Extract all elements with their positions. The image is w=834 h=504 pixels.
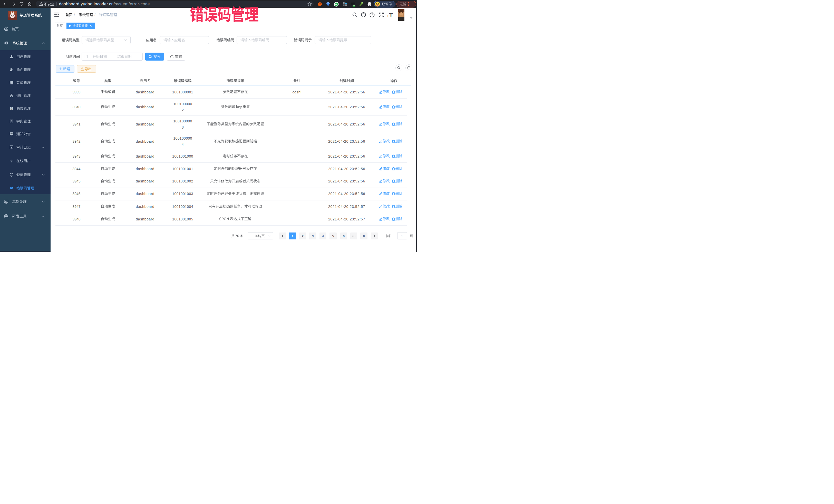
- svg-text:on: on: [353, 5, 355, 6]
- svg-text:id: id: [11, 108, 12, 110]
